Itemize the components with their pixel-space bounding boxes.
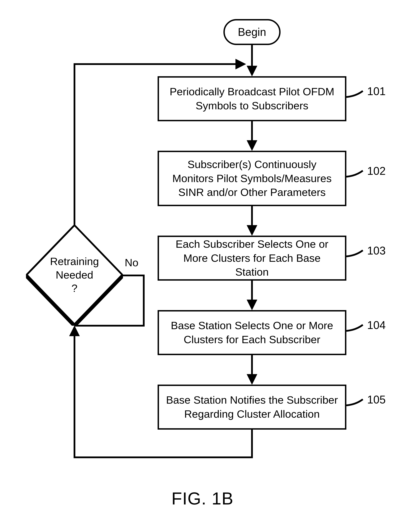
- ref-104: 104: [367, 319, 386, 332]
- svg-marker-11: [235, 59, 246, 69]
- svg-marker-3: [247, 140, 257, 151]
- step-102: Subscriber(s) Continuously Monitors Pilo…: [158, 151, 346, 206]
- ref-105: 105: [367, 393, 386, 406]
- decision-line2: Needed: [56, 269, 93, 281]
- ref-101: 101: [367, 85, 386, 98]
- svg-marker-1: [247, 66, 257, 76]
- svg-marker-10: [69, 326, 80, 336]
- step-102-text: Subscriber(s) Continuously Monitors Pilo…: [166, 157, 338, 200]
- svg-marker-5: [247, 225, 257, 236]
- step-101: Periodically Broadcast Pilot OFDM Symbol…: [158, 76, 346, 121]
- step-101-text: Periodically Broadcast Pilot OFDM Symbol…: [166, 85, 338, 113]
- figure-label: FIG. 1B: [171, 488, 234, 508]
- decision-text: Retraining Needed ?: [43, 255, 106, 295]
- decision-no-label: No: [125, 256, 138, 269]
- ref-102: 102: [367, 165, 386, 177]
- begin-terminator: Begin: [223, 19, 281, 45]
- flowchart-canvas: Begin Periodically Broadcast Pilot OFDM …: [0, 0, 412, 532]
- step-103-text: Each Subscriber Selects One or More Clus…: [166, 237, 338, 279]
- step-105: Base Station Notifies the Subscriber Reg…: [158, 385, 346, 430]
- step-103: Each Subscriber Selects One or More Clus…: [158, 236, 346, 281]
- decision-line3: ?: [72, 282, 77, 294]
- step-104-text: Base Station Selects One or More Cluster…: [166, 319, 338, 346]
- begin-label: Begin: [238, 26, 266, 38]
- decision-line1: Retraining: [50, 255, 99, 267]
- step-104: Base Station Selects One or More Cluster…: [158, 310, 346, 355]
- svg-marker-7: [247, 300, 257, 310]
- ref-103: 103: [367, 244, 386, 257]
- step-105-text: Base Station Notifies the Subscriber Reg…: [166, 393, 338, 421]
- svg-marker-9: [247, 374, 257, 385]
